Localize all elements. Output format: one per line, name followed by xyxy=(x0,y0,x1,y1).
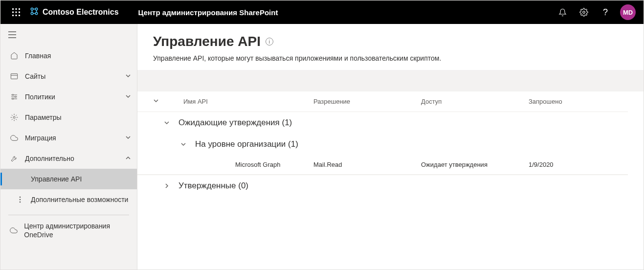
nav-item-policies[interactable]: Политики xyxy=(0,87,137,107)
policy-icon xyxy=(9,93,19,101)
svg-rect-5 xyxy=(19,12,20,13)
svg-point-9 xyxy=(31,8,33,10)
left-nav: Главная Сайты Политики Параметры xyxy=(0,24,137,270)
chevron-down-icon[interactable] xyxy=(153,98,159,105)
svg-point-10 xyxy=(35,8,38,10)
cell-requested: 1/9/2020 xyxy=(529,161,628,168)
group-label: Утвержденные (0) xyxy=(178,181,248,191)
column-header-name[interactable]: Имя API xyxy=(167,98,313,105)
suite-header: Contoso Electronics Центр администрирова… xyxy=(0,0,644,24)
info-icon[interactable]: i xyxy=(266,38,273,45)
svg-rect-0 xyxy=(12,8,14,10)
chevron-right-icon xyxy=(162,183,172,189)
svg-rect-7 xyxy=(16,15,17,16)
chevron-down-icon xyxy=(125,72,131,80)
chevron-down-icon xyxy=(125,93,131,101)
app-launcher-button[interactable] xyxy=(4,0,28,24)
user-avatar[interactable]: MD xyxy=(620,4,636,20)
group-organization[interactable]: На уровне организации (1) xyxy=(137,134,628,155)
nav-label: Сайты xyxy=(25,72,45,80)
settings-button[interactable] xyxy=(573,0,595,24)
svg-rect-2 xyxy=(19,8,20,10)
svg-rect-17 xyxy=(11,74,17,79)
nav-item-home[interactable]: Главная xyxy=(0,45,137,66)
nav-label: Параметры xyxy=(25,113,62,121)
cell-access: Ожидает утверждения xyxy=(421,161,529,168)
group-approved[interactable]: Утвержденные (0) xyxy=(137,175,628,196)
table-header-row: Имя API Разрешение Доступ Запрошено xyxy=(137,91,628,112)
page-title: Управление API xyxy=(153,34,261,49)
home-icon xyxy=(9,52,19,60)
nav-label: Управление API xyxy=(31,175,82,183)
svg-rect-4 xyxy=(16,12,17,13)
nav-label: Центр администрирования OneDrive xyxy=(24,222,131,239)
nav-item-onedrive-admin[interactable]: Центр администрирования OneDrive xyxy=(0,220,137,241)
more-icon xyxy=(15,196,25,203)
gear-icon xyxy=(9,113,19,121)
notifications-button[interactable] xyxy=(552,0,573,24)
chevron-down-icon xyxy=(125,134,131,142)
svg-point-28 xyxy=(20,202,21,203)
svg-point-26 xyxy=(20,197,21,198)
group-label: На уровне организации (1) xyxy=(195,139,298,149)
cell-api-name: Microsoft Graph xyxy=(167,161,313,168)
nav-item-settings[interactable]: Параметры xyxy=(0,107,137,128)
cloud-icon xyxy=(9,226,18,234)
column-header-access[interactable]: Доступ xyxy=(421,98,529,105)
nav-label: Миграция xyxy=(25,134,56,142)
svg-point-24 xyxy=(12,98,14,100)
brand-name: Contoso Electronics xyxy=(43,8,119,17)
svg-point-12 xyxy=(35,12,38,15)
question-icon: ? xyxy=(603,7,608,18)
hamburger-icon xyxy=(8,31,16,38)
group-label: Ожидающие утверждения (1) xyxy=(178,118,292,128)
help-button[interactable]: ? xyxy=(595,0,616,24)
cloud-icon xyxy=(9,134,19,142)
waffle-icon xyxy=(12,8,20,16)
chevron-down-icon xyxy=(162,120,172,126)
svg-point-11 xyxy=(31,12,33,15)
main-content: Управление API i Управление API, которые… xyxy=(137,24,644,270)
app-title: Центр администрирования SharePoint xyxy=(138,8,278,17)
svg-point-25 xyxy=(13,116,15,118)
column-header-permission[interactable]: Разрешение xyxy=(313,98,421,105)
brand[interactable]: Contoso Electronics xyxy=(30,7,119,18)
nav-item-sites[interactable]: Сайты xyxy=(0,66,137,87)
page-subtitle: Управление API, которые могут вызываться… xyxy=(153,54,628,62)
brand-logo-icon xyxy=(30,7,39,18)
svg-point-13 xyxy=(583,11,585,14)
nav-item-more-features[interactable]: Дополнительные возможности xyxy=(0,189,137,210)
table-row[interactable]: Microsoft Graph Mail.Read Ожидает утверж… xyxy=(137,155,628,175)
svg-point-27 xyxy=(20,199,21,201)
group-pending[interactable]: Ожидающие утверждения (1) xyxy=(137,112,628,134)
nav-item-api-management[interactable]: Управление API xyxy=(0,169,137,189)
nav-toggle-button[interactable] xyxy=(0,24,24,45)
bell-icon xyxy=(558,8,567,17)
wrench-icon xyxy=(9,155,19,162)
svg-rect-6 xyxy=(12,15,14,16)
svg-rect-1 xyxy=(16,8,17,10)
nav-item-migration[interactable]: Миграция xyxy=(0,128,137,148)
nav-label: Главная xyxy=(25,52,51,60)
svg-point-22 xyxy=(12,94,14,96)
chevron-down-icon xyxy=(178,141,188,147)
nav-label: Политики xyxy=(25,93,55,101)
cell-permission: Mail.Read xyxy=(313,161,421,168)
svg-point-23 xyxy=(15,96,16,98)
nav-label: Дополнительно xyxy=(25,155,74,162)
svg-rect-3 xyxy=(12,12,14,13)
svg-rect-8 xyxy=(19,15,20,16)
chevron-up-icon xyxy=(125,155,131,162)
gear-icon xyxy=(579,8,588,17)
command-bar xyxy=(137,70,644,91)
nav-label: Дополнительные возможности xyxy=(31,196,128,203)
api-table: Имя API Разрешение Доступ Запрошено Ожид… xyxy=(137,91,644,196)
nav-item-advanced[interactable]: Дополнительно xyxy=(0,148,137,169)
site-icon xyxy=(9,72,19,80)
column-header-requested[interactable]: Запрошено xyxy=(529,98,628,105)
nav-divider xyxy=(8,215,129,215)
